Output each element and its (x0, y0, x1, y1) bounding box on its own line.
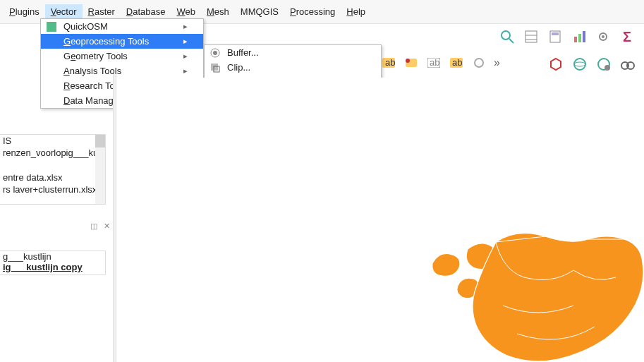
svg-rect-13 (574, 37, 577, 42)
toolbar-right: Σ (497, 27, 637, 47)
label-icon[interactable]: abc (449, 55, 464, 71)
label-icon[interactable] (471, 55, 487, 71)
gear-icon[interactable] (593, 27, 613, 47)
layer-item-selected[interactable]: ig___kustlijn copy (0, 262, 105, 272)
stats-icon[interactable] (569, 27, 589, 47)
clip-icon (209, 61, 221, 74)
svg-text:ab: ab (385, 58, 395, 68)
calc-icon[interactable] (545, 27, 565, 47)
browser-panel: IS renzen_voorlopig___kustl entre data.x… (0, 134, 106, 205)
svg-rect-8 (525, 31, 537, 42)
hex-icon[interactable] (547, 55, 565, 73)
globe-icon[interactable] (571, 55, 589, 73)
geo-clip[interactable]: Clip... (205, 60, 381, 75)
label-icon[interactable] (403, 55, 419, 71)
list-item[interactable]: rs laver+clusterrun.xlsx (0, 183, 105, 195)
menu-vector[interactable]: VectorVector (45, 4, 83, 19)
list-item[interactable]: IS (0, 135, 105, 147)
scrollbar[interactable] (95, 135, 105, 204)
layers-panel: g___kustlijn ig___kustlijn copy (0, 251, 106, 275)
menu-help[interactable]: HelpHelp (341, 4, 371, 19)
svg-rect-14 (578, 34, 581, 42)
buffer-icon (209, 47, 221, 59)
svg-marker-27 (551, 59, 561, 70)
panel-controls[interactable]: ◫ ✕ (90, 222, 112, 231)
svg-point-28 (574, 59, 585, 70)
menu-mmqgis[interactable]: MMQGIS (235, 4, 284, 19)
menu-analysis[interactable]: Analysis ToolsAnalysis Tools▸ (41, 64, 203, 78)
label-icon[interactable]: abc (426, 55, 442, 71)
layer-item[interactable]: g___kustlijn (0, 251, 105, 262)
svg-rect-34 (47, 22, 56, 32)
quickosm-icon (45, 20, 58, 33)
svg-line-7 (509, 39, 514, 43)
map-layer (390, 221, 644, 362)
svg-point-6 (502, 31, 510, 40)
svg-point-21 (406, 59, 410, 63)
label-toolbar: ab abc abc » (381, 55, 500, 71)
svg-rect-37 (211, 64, 218, 71)
map-canvas[interactable] (116, 78, 644, 362)
menu-raster[interactable]: RasterRaster (83, 4, 121, 19)
label-icon[interactable]: ab (381, 55, 396, 71)
svg-text:abc: abc (452, 58, 463, 68)
menu-database[interactable]: DatabaseDatabase (121, 4, 171, 19)
table-icon[interactable] (521, 27, 541, 47)
menu-quickosm[interactable]: QuickOSM▸ (41, 19, 203, 34)
svg-text:abc: abc (430, 58, 440, 68)
geo-buffer[interactable]: Buffer... (205, 45, 381, 60)
binoc-icon[interactable] (619, 55, 637, 73)
toolbox-toolbar (547, 55, 637, 73)
menu-geometry[interactable]: Geometry ToolsGeometry Tools▸ (41, 49, 203, 64)
list-item[interactable]: renzen_voorlopig___kustl (0, 147, 105, 159)
identify-icon[interactable] (497, 27, 517, 47)
svg-rect-15 (583, 31, 585, 42)
menu-processing[interactable]: ProcessingProcessing (284, 4, 341, 19)
menu-plugins[interactable]: PPluginslugins (4, 4, 45, 19)
list-item (0, 159, 105, 171)
sigma-icon[interactable]: Σ (617, 27, 637, 47)
svg-point-17 (602, 35, 604, 38)
menu-mesh[interactable]: MeshMesh (201, 4, 235, 19)
list-item[interactable]: entre data.xlsx (0, 171, 105, 183)
svg-point-36 (213, 51, 217, 55)
svg-point-31 (604, 65, 610, 71)
svg-point-29 (574, 62, 585, 66)
globe-icon[interactable] (595, 55, 613, 73)
menu-geoprocessing[interactable]: Geoprocessing ToolsGeoprocessing Tools▸ (41, 34, 203, 49)
menu-web[interactable]: WebWeb (171, 4, 201, 19)
svg-point-26 (475, 59, 483, 67)
svg-rect-12 (552, 32, 559, 35)
